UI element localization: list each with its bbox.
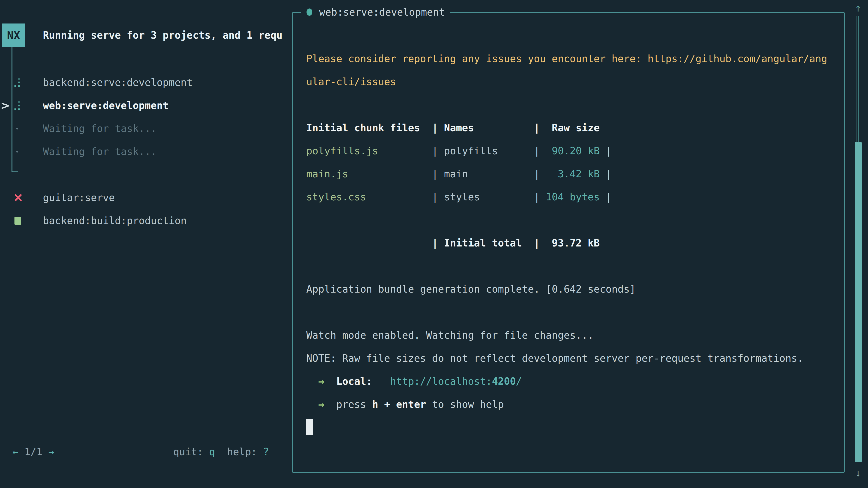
task-row-backend-build[interactable]: backend:build:production (0, 209, 290, 232)
chunk-name: styles (444, 191, 534, 203)
task-label: backend:serve:development (43, 71, 193, 94)
help-text: to show help (426, 398, 504, 410)
arrow-icon: → (306, 398, 336, 410)
table-pipe: | (534, 191, 546, 203)
help-key: ? (263, 446, 269, 457)
bundle-complete-line: Application bundle generation complete. … (306, 278, 842, 301)
task-row-waiting-2[interactable]: Waiting for task... (0, 140, 290, 163)
waiting-dot-icon (13, 117, 22, 140)
running-spinner-icon (13, 71, 22, 94)
notice-line[interactable]: ular-cli/issues (306, 70, 842, 93)
help-text: press (336, 398, 372, 410)
chunk-table-row: polyfills.js | polyfills | 90.20 kB | (306, 139, 842, 162)
spacer (372, 376, 390, 387)
task-label: Waiting for task... (43, 117, 157, 140)
table-pipe: | (600, 191, 612, 203)
arrow-icon: → (306, 376, 336, 387)
table-pipe: | (534, 168, 546, 180)
scrollbar-track[interactable] (856, 16, 859, 142)
local-url-line: → Local: http://localhost:4200/ (306, 370, 842, 393)
task-output-panel-title: web:serve:development (301, 6, 450, 18)
help-keys: h + enter (372, 398, 426, 410)
chunk-name: main (444, 168, 534, 180)
panel-title-text: web:serve:development (319, 6, 445, 18)
chunk-size: 3.42 kB (546, 168, 600, 180)
table-pipe: | (534, 145, 546, 157)
nx-terminal-ui: NX Running serve for 3 projects, and 1 r… (0, 0, 868, 488)
scrollbar-down-arrow-icon[interactable]: ↓ (852, 465, 864, 481)
task-output-log: Please consider reporting any issues you… (306, 47, 842, 439)
chunk-name: polyfills (444, 145, 534, 157)
table-pipe: | (432, 168, 444, 180)
chunk-size: 90.20 kB (546, 145, 600, 157)
task-label: backend:build:production (43, 209, 187, 232)
chunk-table-row: main.js | main | 3.42 kB | (306, 162, 842, 186)
failed-x-icon (13, 186, 22, 209)
scrollbar-thumb[interactable] (855, 142, 862, 462)
page-title: Running serve for 3 projects, and 1 requ (43, 24, 290, 47)
running-spinner-icon (13, 94, 22, 117)
local-url-slash[interactable]: / (516, 376, 522, 387)
task-row-waiting-1[interactable]: Waiting for task... (0, 117, 290, 140)
chunk-table-header: Initial chunk files | Names | Raw size (306, 116, 842, 139)
local-label: Local: (336, 376, 372, 387)
help-hint-line: → press h + enter to show help (306, 393, 842, 416)
initial-total-row: | Initial total | 93.72 kB (306, 232, 842, 255)
blank-line (306, 301, 842, 324)
terminal-cursor[interactable] (306, 419, 313, 435)
chunk-file: polyfills.js (306, 145, 432, 157)
cursor-line (306, 416, 842, 439)
scrollbar-up-arrow-icon[interactable]: ↑ (852, 0, 864, 16)
notice-line: Please consider reporting any issues you… (306, 47, 842, 70)
selection-chevron-icon: > (0, 94, 10, 117)
chunk-file: styles.css (306, 191, 432, 203)
task-row-guitar-serve[interactable]: guitar:serve (0, 186, 290, 209)
task-label: guitar:serve (43, 186, 115, 209)
table-pipe: | (600, 168, 612, 180)
table-pipe: | (432, 145, 444, 157)
note-line: NOTE: Raw file sizes do not reflect deve… (306, 347, 842, 370)
help-hint-label: help: (215, 446, 263, 457)
table-pipe: | (600, 145, 612, 157)
blank-line (306, 93, 842, 116)
chunk-file: main.js (306, 168, 432, 180)
task-row-web-serve[interactable]: > web:serve:development (0, 94, 290, 117)
running-bullet-icon (307, 8, 312, 15)
quit-hint-label: quit: (173, 446, 209, 457)
quit-key: q (209, 446, 215, 457)
local-url-port[interactable]: 4200 (492, 376, 516, 387)
task-label: Waiting for task... (43, 140, 157, 163)
waiting-dot-icon (13, 140, 22, 163)
chunk-table-row: styles.css | styles | 104 bytes | (306, 186, 842, 208)
table-pipe: | (432, 191, 444, 203)
success-square-icon (13, 209, 22, 232)
chunk-size: 104 bytes (546, 191, 600, 203)
watch-mode-line: Watch mode enabled. Watching for file ch… (306, 324, 842, 347)
task-group-tree-corner (11, 171, 18, 172)
task-row-backend-serve[interactable]: backend:serve:development (0, 71, 290, 94)
blank-line (306, 255, 842, 278)
local-url[interactable]: http://localhost: (390, 376, 492, 387)
task-label: web:serve:development (43, 94, 168, 117)
keyboard-hints: quit: q help: ? (0, 440, 269, 463)
blank-line (306, 208, 842, 232)
nx-logo: NX (2, 24, 25, 47)
